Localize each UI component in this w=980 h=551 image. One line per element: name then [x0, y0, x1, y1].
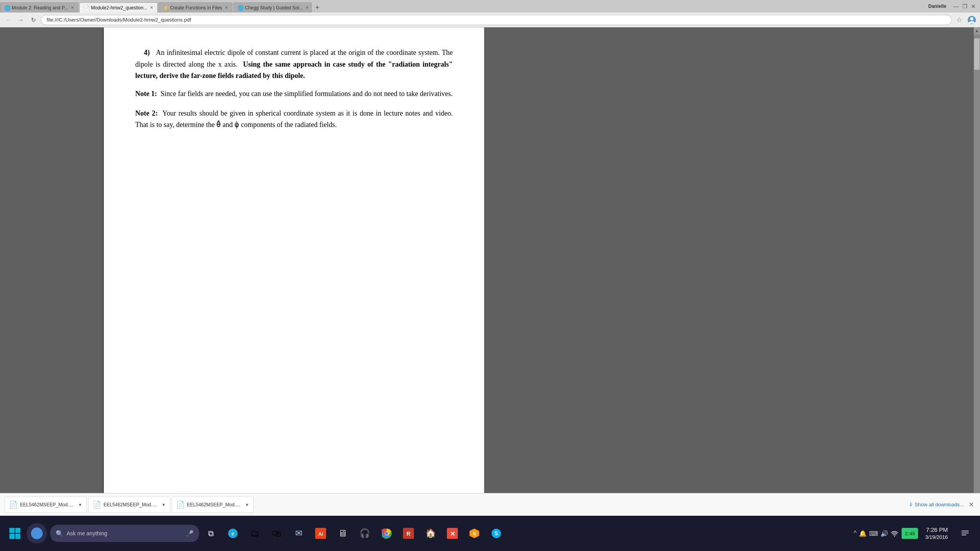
svg-point-25	[894, 536, 895, 537]
search-box[interactable]: 🔍 Ask me anything 🎤	[50, 525, 199, 542]
download-item-3[interactable]: 📄 EEL5462MSEEP_Mod....pdf ▼	[172, 497, 254, 513]
action-center-icon	[961, 529, 969, 538]
store-icon: 🛍	[272, 528, 281, 539]
task-view-button[interactable]: ⧉	[201, 523, 221, 544]
monitor-app[interactable]: 🖥	[332, 523, 353, 544]
skype-app[interactable]: S	[486, 523, 506, 544]
headphones-icon: 🎧	[359, 528, 370, 538]
edge-app[interactable]: e	[223, 523, 243, 544]
red-app[interactable]: R	[398, 523, 419, 544]
chevron-icon[interactable]: ^	[854, 530, 857, 537]
svg-text:✕: ✕	[450, 531, 455, 537]
mail-app[interactable]: ✉	[289, 523, 309, 544]
headphones-app[interactable]: 🎧	[354, 523, 375, 544]
scroll-thumb[interactable]	[974, 38, 980, 70]
dl-icon-2: 📄	[93, 500, 101, 509]
title-bar: 🌐 Module 2: Reading and P... ✕ 📄 Module2…	[0, 0, 980, 13]
badge-number: 2:45	[905, 531, 915, 536]
adobe-app[interactable]: Ai	[310, 523, 331, 544]
title-bar-controls: Danielle — ❐ ✕	[925, 0, 980, 13]
url-bar[interactable]: file:///C:/Users/Owner/Downloads/Module2…	[41, 15, 952, 25]
wifi-icon-area[interactable]	[891, 529, 898, 537]
svg-point-7	[35, 532, 38, 535]
skype-icon: S	[491, 528, 502, 539]
volume-icon[interactable]: 🔊	[880, 530, 888, 537]
svg-rect-27	[962, 533, 969, 533]
forward-button[interactable]: →	[16, 15, 26, 25]
chrome-icon	[381, 528, 392, 539]
notification-icon[interactable]: 🔔	[859, 530, 867, 537]
file-explorer-app[interactable]: 🗂	[245, 523, 265, 544]
edge-icon: e	[227, 528, 238, 539]
profile-button[interactable]	[967, 15, 977, 25]
tab1-close[interactable]: ✕	[71, 5, 74, 10]
tray-icons: ^ 🔔 ⌨ 🔊	[854, 529, 899, 537]
svg-point-1	[970, 17, 973, 20]
search-icon: 🔍	[56, 530, 64, 537]
tab-create-functions[interactable]: ⚡ Create Functions in Files ✕	[158, 2, 232, 13]
tab1-icon: 🌐	[4, 5, 10, 11]
tab-module2-reading[interactable]: 🌐 Module 2: Reading and P... ✕	[0, 2, 78, 13]
taskbar: 🔍 Ask me anything 🎤 ⧉ e 🗂 🛍 ✉ Ai 🖥	[0, 516, 980, 551]
notification-badge[interactable]: 2:45	[902, 528, 918, 539]
clock-area[interactable]: 7:26 PM 3/19/2016	[921, 526, 952, 541]
tab4-close[interactable]: ✕	[305, 5, 309, 10]
tab3-close[interactable]: ✕	[225, 5, 228, 10]
chrome-app[interactable]	[376, 523, 397, 544]
adobe-icon: Ai	[315, 528, 326, 539]
question-number: 4)	[144, 49, 150, 56]
tab3-label: Create Functions in Files	[170, 5, 222, 11]
dl-arrow-2[interactable]: ▼	[162, 502, 166, 507]
download-item-1[interactable]: 📄 EEL5462MSEEP_Mod....pdf ▼	[5, 497, 87, 513]
action-center-button[interactable]	[955, 523, 975, 544]
tab1-label: Module 2: Reading and P...	[12, 5, 68, 11]
close-button[interactable]: ✕	[970, 3, 977, 10]
tab4-label: Chegg Study | Guided Sol...	[245, 5, 303, 11]
download-item-2[interactable]: 📄 EEL5462MSEEP_Mod....pdf ▼	[88, 497, 170, 513]
dl-icon-1: 📄	[9, 500, 18, 509]
svg-text:Ai: Ai	[318, 531, 323, 537]
note1-label: Note 1:	[135, 90, 157, 98]
cortana-button[interactable]	[27, 523, 47, 544]
scroll-up-arrow[interactable]: ▲	[974, 27, 980, 34]
mail-icon: ✉	[295, 528, 302, 538]
microphone-icon[interactable]: 🎤	[186, 530, 194, 537]
tab-strip: 🌐 Module 2: Reading and P... ✕ 📄 Module2…	[0, 0, 925, 13]
scroll-track[interactable]	[974, 34, 980, 509]
tab3-icon: ⚡	[163, 5, 168, 11]
user-name: Danielle	[928, 4, 946, 9]
downloads-bar: 📄 EEL5462MSEEP_Mod....pdf ▼ 📄 EEL5462MSE…	[0, 493, 980, 516]
dl-arrow-1[interactable]: ▼	[78, 502, 82, 507]
dl-name-3: EEL5462MSEEP_Mod....pdf	[187, 502, 242, 508]
refresh-icon: ↻	[31, 16, 36, 24]
address-right: ☆	[954, 15, 977, 25]
new-tab-icon: +	[316, 4, 319, 11]
start-button[interactable]	[5, 523, 25, 544]
scrollbar[interactable]: ▲ ▼	[974, 27, 980, 516]
tab-module2-hmw2[interactable]: 📄 Module2-hmw2_question... ✕	[79, 2, 158, 13]
forward-icon: →	[18, 16, 24, 23]
pdf-content: 4) An infinitesimal electric dipole of c…	[104, 27, 484, 158]
dl-arrow-3[interactable]: ▼	[245, 502, 249, 507]
store-app[interactable]: 🛍	[267, 523, 287, 544]
new-tab-button[interactable]: +	[312, 2, 322, 13]
home-app[interactable]: 🏠	[420, 523, 441, 544]
dl-name-2: EEL5462MSEEP_Mod....pdf	[103, 502, 158, 508]
show-all-downloads[interactable]: ⇩ Show all downloads...	[909, 502, 964, 508]
norton-app[interactable]: N	[464, 523, 485, 544]
x-app[interactable]: ✕	[442, 523, 463, 544]
tab2-close[interactable]: ✕	[150, 5, 153, 10]
note1-paragraph: Note 1: Since far fields are needed, you…	[135, 88, 453, 100]
back-button[interactable]: ←	[3, 15, 13, 25]
close-downloads-button[interactable]: ✕	[967, 499, 975, 510]
refresh-button[interactable]: ↻	[28, 15, 38, 25]
tab-chegg[interactable]: 🌐 Chegg Study | Guided Sol... ✕	[233, 2, 312, 13]
downloads-right: ⇩ Show all downloads... ✕	[909, 499, 975, 510]
maximize-button[interactable]: ❐	[961, 3, 968, 10]
show-downloads-label: Show all downloads...	[915, 502, 964, 508]
keyboard-icon[interactable]: ⌨	[869, 530, 878, 537]
minimize-button[interactable]: —	[953, 3, 960, 10]
pdf-sidebar-right	[484, 27, 980, 516]
bookmark-button[interactable]: ☆	[954, 15, 964, 25]
clock-time: 7:26 PM	[926, 526, 948, 534]
